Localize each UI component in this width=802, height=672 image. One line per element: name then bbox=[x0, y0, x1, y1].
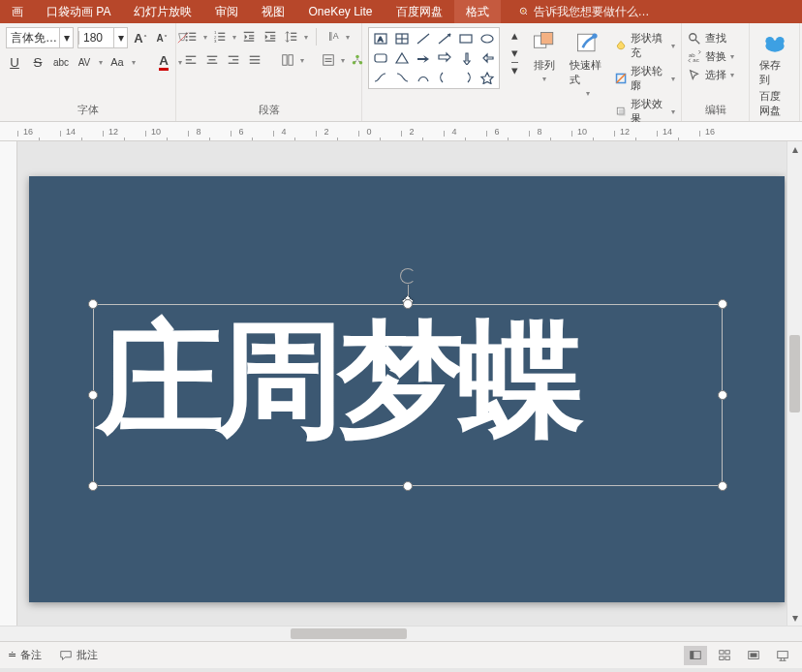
tab-view[interactable]: 视图 bbox=[250, 0, 296, 23]
svg-point-63 bbox=[690, 33, 696, 40]
svg-rect-74 bbox=[725, 656, 729, 659]
resize-handle-b[interactable] bbox=[403, 481, 413, 491]
comments-label: 批注 bbox=[77, 648, 98, 662]
font-name-field[interactable]: 言体免… bbox=[7, 30, 59, 46]
hscroll-thumb[interactable] bbox=[291, 628, 407, 639]
tab-format[interactable]: 格式 bbox=[454, 0, 501, 23]
align-center-button[interactable] bbox=[203, 50, 221, 70]
slide-canvas[interactable]: ✥ 庄周梦蝶 bbox=[29, 176, 785, 602]
gallery-more-button[interactable]: ▾ bbox=[506, 62, 523, 77]
align-text-button[interactable] bbox=[320, 50, 337, 70]
svg-rect-22 bbox=[291, 33, 296, 34]
find-button[interactable]: 查找 bbox=[688, 31, 743, 46]
replace-label: 替换 bbox=[705, 49, 726, 64]
shape-fill-button[interactable]: 形状填充▾ bbox=[615, 31, 675, 60]
ribbon-tabs: 画 口袋动画 PA 幻灯片放映 审阅 视图 OneKey Lite 百度网盘 格… bbox=[0, 0, 802, 23]
vscroll-thumb[interactable] bbox=[789, 335, 800, 412]
svg-point-2 bbox=[186, 32, 188, 34]
tab-draw[interactable]: 画 bbox=[0, 0, 35, 23]
svg-rect-5 bbox=[189, 36, 196, 37]
kerning-button[interactable]: AV bbox=[76, 52, 93, 72]
numbering-button[interactable]: 123 bbox=[211, 27, 229, 46]
svg-rect-16 bbox=[249, 38, 254, 39]
group-editing: 查找 abac 替换▾ 选择▾ 编辑 bbox=[682, 23, 750, 121]
select-button[interactable]: 选择▾ bbox=[688, 68, 743, 82]
group-drawing: A bbox=[362, 23, 682, 121]
svg-point-68 bbox=[765, 40, 784, 51]
view-reading-button[interactable] bbox=[742, 646, 765, 665]
tab-slideshow[interactable]: 幻灯片放映 bbox=[122, 0, 203, 23]
svg-rect-28 bbox=[186, 63, 197, 64]
columns-button[interactable] bbox=[279, 50, 296, 70]
char-spacing-button[interactable]: abc bbox=[52, 52, 70, 72]
indent-decrease-button[interactable] bbox=[240, 27, 258, 46]
view-normal-button[interactable] bbox=[684, 646, 707, 665]
horizontal-scrollbar[interactable] bbox=[0, 626, 802, 641]
save-baidu-button[interactable]: 保存到 百度网盘 bbox=[756, 27, 793, 120]
vertical-ruler[interactable] bbox=[0, 141, 17, 626]
align-left-button[interactable] bbox=[182, 50, 200, 70]
notes-button[interactable]: ≐ 备注 bbox=[8, 648, 42, 662]
font-name-dropdown[interactable]: ▾ bbox=[59, 28, 73, 47]
grow-font-button[interactable]: A˄ bbox=[132, 28, 149, 47]
font-name-box[interactable]: 言体免… ▾ bbox=[6, 27, 74, 48]
underline-button[interactable]: U bbox=[6, 52, 23, 72]
strike-button[interactable]: S bbox=[29, 52, 46, 72]
textbox-selection[interactable]: ✥ 庄周梦蝶 bbox=[93, 304, 723, 486]
indent-increase-button[interactable] bbox=[262, 27, 279, 46]
svg-point-54 bbox=[481, 35, 493, 43]
svg-rect-26 bbox=[186, 56, 197, 57]
rotate-handle[interactable] bbox=[400, 268, 416, 284]
tab-baidu[interactable]: 百度网盘 bbox=[385, 0, 454, 23]
font-size-field[interactable]: 180 bbox=[78, 31, 113, 45]
arrange-button[interactable]: 排列 ▾ bbox=[527, 27, 562, 85]
status-bar: ≐ 备注 批注 bbox=[0, 641, 802, 668]
svg-rect-35 bbox=[250, 56, 261, 57]
svg-rect-72 bbox=[725, 650, 729, 654]
vertical-scrollbar[interactable]: ▴ ▾ bbox=[787, 141, 802, 626]
view-slideshow-button[interactable] bbox=[771, 646, 794, 665]
tab-review[interactable]: 审阅 bbox=[203, 0, 250, 23]
tell-me-search[interactable]: 告诉我您想要做什么… bbox=[501, 4, 650, 20]
change-case-button[interactable]: Aa bbox=[108, 52, 126, 72]
svg-rect-55 bbox=[375, 54, 386, 62]
group-font: 言体免… ▾ 180 ▾ A˄ A˅ U S abc AV ▾ Aa ▾ bbox=[0, 23, 176, 121]
gallery-up-button[interactable]: ▴ bbox=[506, 27, 523, 43]
resize-handle-bl[interactable] bbox=[88, 481, 98, 491]
tab-onekey[interactable]: OneKey Lite bbox=[296, 0, 384, 23]
line-spacing-button[interactable] bbox=[283, 27, 300, 46]
comments-button[interactable]: 批注 bbox=[59, 648, 98, 662]
resize-handle-br[interactable] bbox=[718, 481, 727, 491]
slide-text[interactable]: 庄周梦蝶 bbox=[88, 305, 728, 454]
shapes-gallery[interactable]: A bbox=[368, 27, 500, 89]
svg-rect-15 bbox=[249, 35, 254, 36]
svg-point-59 bbox=[593, 33, 598, 38]
align-right-button[interactable] bbox=[225, 50, 242, 70]
svg-point-43 bbox=[355, 55, 359, 59]
tab-pocket-anim[interactable]: 口袋动画 PA bbox=[35, 0, 122, 23]
font-size-dropdown[interactable]: ▾ bbox=[113, 28, 127, 47]
group-paragraph-label: 段落 bbox=[182, 101, 355, 119]
font-color-button[interactable]: A bbox=[155, 52, 172, 72]
svg-rect-40 bbox=[324, 55, 334, 66]
shrink-font-button[interactable]: A˅ bbox=[153, 28, 170, 47]
quick-styles-button[interactable]: 快速样式 ▾ bbox=[566, 27, 611, 100]
svg-rect-34 bbox=[229, 63, 239, 64]
horizontal-ruler[interactable]: 1614121086420246810121416 bbox=[0, 122, 802, 141]
svg-text:ac: ac bbox=[693, 56, 698, 63]
text-direction-button[interactable]: ‖A bbox=[324, 27, 342, 46]
svg-rect-21 bbox=[265, 41, 276, 42]
svg-rect-73 bbox=[720, 656, 724, 659]
svg-rect-30 bbox=[209, 59, 216, 60]
shape-outline-button[interactable]: 形状轮廓▾ bbox=[615, 64, 675, 93]
align-justify-button[interactable] bbox=[246, 50, 263, 70]
svg-rect-31 bbox=[207, 63, 218, 64]
svg-rect-9 bbox=[218, 33, 225, 34]
replace-button[interactable]: abac 替换▾ bbox=[688, 49, 743, 64]
gallery-down-button[interactable]: ▾ bbox=[506, 45, 523, 60]
svg-rect-11 bbox=[218, 36, 225, 37]
view-sorter-button[interactable] bbox=[713, 646, 736, 665]
font-size-box[interactable]: 180 ▾ bbox=[77, 27, 128, 48]
svg-rect-29 bbox=[207, 56, 218, 57]
bullets-button[interactable] bbox=[182, 27, 200, 46]
